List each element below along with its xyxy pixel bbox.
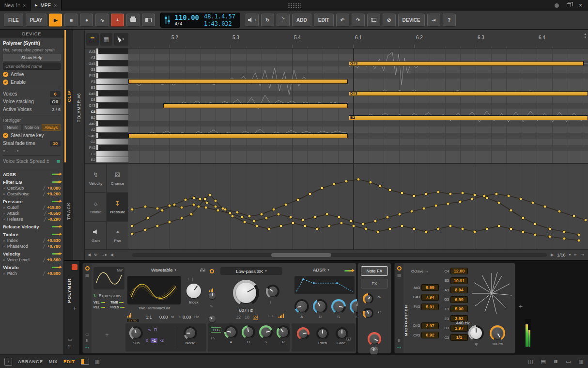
- scroll-left2-icon[interactable]: ◀: [110, 253, 113, 257]
- pressure-point[interactable]: [313, 216, 316, 219]
- pressure-point[interactable]: [534, 233, 537, 236]
- remove-mod-icon[interactable]: ×: [3, 211, 5, 216]
- pressure-point[interactable]: [173, 203, 176, 206]
- index-knob[interactable]: [186, 284, 201, 298]
- restore-window-icon[interactable]: [567, 3, 571, 7]
- piano-key[interactable]: C#3: [85, 103, 128, 109]
- keytrack-icon[interactable]: [127, 313, 131, 318]
- remove-mod-icon[interactable]: ×: [3, 206, 5, 210]
- micropitch-value[interactable]: 9.99: [421, 284, 439, 291]
- pressure-point[interactable]: [241, 216, 244, 219]
- retrigger-option[interactable]: Never: [3, 124, 22, 131]
- automation-follow-button[interactable]: ∿≈: [277, 14, 290, 27]
- device-panel-icon[interactable]: ▤: [397, 273, 401, 277]
- stop-button[interactable]: ■: [64, 14, 77, 27]
- piano-key[interactable]: A#3: [85, 48, 128, 54]
- mod-target-row[interactable]: ×Voice Level╱+0.360: [3, 257, 61, 263]
- enable-toggle[interactable]: ✓Enable: [3, 79, 61, 85]
- micropitch-value[interactable]: 7.94: [421, 294, 439, 301]
- piano-key-bar[interactable]: [96, 85, 128, 91]
- steal-fade-value[interactable]: 10: [50, 141, 61, 146]
- pressure-point[interactable]: [208, 193, 211, 196]
- knob[interactable]: [226, 327, 236, 337]
- filter-env-knob[interactable]: [209, 316, 216, 322]
- pressure-point[interactable]: [522, 217, 525, 220]
- pressure-point[interactable]: [437, 227, 440, 230]
- pressure-point[interactable]: [180, 217, 183, 220]
- knob[interactable]: [279, 327, 288, 337]
- clip-launcher-icon[interactable]: ◫: [528, 358, 533, 365]
- piano-key-bar[interactable]: [96, 151, 128, 157]
- polymer-device[interactable]: ▤ ▭ ⠿ ⊷ MW ↻ Expressi: [82, 263, 356, 353]
- pressure-point[interactable]: [388, 227, 391, 230]
- pressure-point[interactable]: [577, 239, 580, 242]
- piano-key[interactable]: G3: [85, 66, 128, 72]
- knob[interactable]: [244, 327, 253, 337]
- pressure-point[interactable]: [497, 224, 500, 227]
- piano-key[interactable]: F#2: [85, 145, 128, 151]
- ruler-beat-label[interactable]: 6.2: [416, 35, 423, 40]
- pressure-point[interactable]: [224, 208, 227, 211]
- pressure-point[interactable]: [248, 215, 251, 218]
- knob-a[interactable]: A: [294, 299, 309, 319]
- pressure-point[interactable]: [325, 213, 328, 216]
- filter-power-button[interactable]: [210, 269, 214, 273]
- pressure-point[interactable]: [543, 205, 546, 208]
- filter-drive-knob[interactable]: [209, 292, 216, 299]
- reference-knob[interactable]: [468, 325, 484, 341]
- spectrum-icon[interactable]: [200, 268, 205, 272]
- pressure-point[interactable]: [265, 217, 268, 220]
- wavetable-file-name[interactable]: Two Harmonics.wt: [127, 306, 181, 310]
- piano-key[interactable]: G#2: [85, 133, 128, 139]
- noise-knob[interactable]: [184, 326, 197, 340]
- time-signature[interactable]: 4/4: [174, 22, 199, 26]
- mod-amount-value[interactable]: -0.290: [48, 217, 61, 222]
- detune-st-value[interactable]: 0.00: [159, 315, 168, 320]
- pressure-point[interactable]: [350, 220, 353, 223]
- filter-slope-option[interactable]: 24: [253, 315, 258, 320]
- mod-knob-2[interactable]: [363, 308, 373, 319]
- pressure-point[interactable]: [236, 211, 239, 214]
- ruler-beat-label[interactable]: 6.1: [355, 35, 362, 40]
- mix-value[interactable]: 100 %: [489, 342, 506, 346]
- pressure-curve-editor[interactable]: [128, 164, 588, 249]
- knob[interactable]: [315, 301, 325, 312]
- grid-resolution-value[interactable]: 1/16: [557, 253, 566, 257]
- pressure-point[interactable]: [272, 208, 275, 211]
- remove-mod-icon[interactable]: ×: [3, 272, 5, 276]
- piano-key[interactable]: D#3: [85, 91, 128, 96]
- play-menu-button[interactable]: PLAY: [26, 14, 47, 27]
- pressure-point[interactable]: [584, 219, 587, 222]
- retrigger-option[interactable]: Always: [42, 124, 61, 131]
- env-type-selector[interactable]: ADSR▾: [302, 267, 340, 272]
- device-expand-icon[interactable]: ⊷: [85, 346, 89, 350]
- piano-key[interactable]: B2: [85, 115, 128, 121]
- pressure-point[interactable]: [531, 201, 534, 204]
- pressure-point[interactable]: [534, 223, 537, 225]
- active-toggle[interactable]: ✓Active: [3, 71, 61, 78]
- note[interactable]: G#3: [349, 61, 584, 66]
- pressure-point[interactable]: [255, 224, 258, 227]
- remove-mod-icon[interactable]: ×: [3, 192, 5, 196]
- mod-target-row[interactable]: ×Release╱-0.290: [3, 216, 61, 222]
- knob[interactable]: [296, 301, 307, 312]
- grid-view-button[interactable]: ▦: [100, 33, 113, 46]
- pressure-point[interactable]: [197, 205, 200, 208]
- pressure-point[interactable]: [577, 233, 580, 236]
- track-tab[interactable]: TRACK: [64, 162, 73, 260]
- pressure-point[interactable]: [144, 228, 147, 231]
- zoom-fit-right-icon[interactable]: ⇥: [581, 253, 584, 257]
- pressure-point[interactable]: [495, 192, 498, 195]
- ruler-beat-label[interactable]: 6.3: [478, 35, 484, 40]
- knob-d[interactable]: D: [313, 299, 327, 319]
- pressure-point[interactable]: [253, 220, 256, 223]
- piano-key[interactable]: D3: [85, 96, 128, 102]
- micropitch-value[interactable]: 12.00: [450, 268, 468, 274]
- voice-stack-spread-row[interactable]: Voice Stack Spread ±≣: [3, 158, 61, 164]
- piano-key-bar[interactable]: [96, 54, 128, 60]
- remove-mod-icon[interactable]: ×: [3, 244, 5, 249]
- expression-tab-velocity[interactable]: ↯Velocity: [85, 164, 107, 192]
- redo-button[interactable]: ↷: [352, 14, 365, 27]
- micropitch-value[interactable]: 5.00: [450, 305, 468, 312]
- pressure-point[interactable]: [374, 220, 377, 223]
